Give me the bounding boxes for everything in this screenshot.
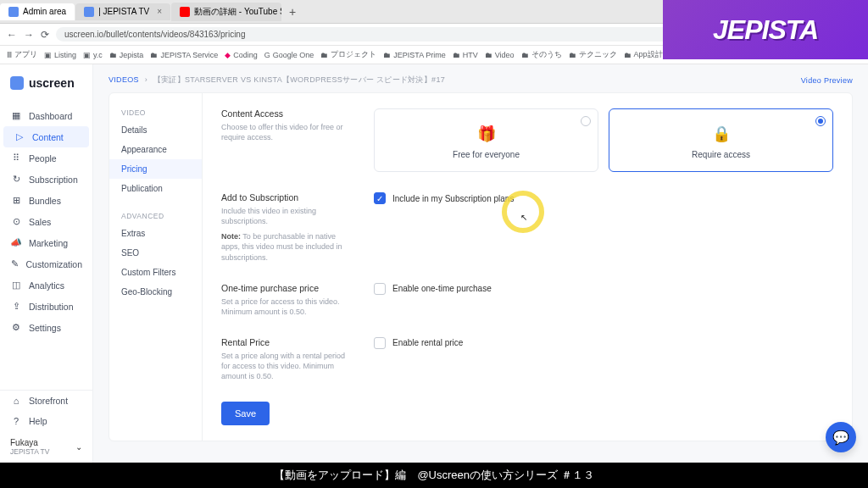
sidebar-item-distribution[interactable]: ⇪Distribution (0, 296, 92, 317)
app-logo[interactable]: uscreen (0, 64, 92, 102)
radio-icon (581, 116, 591, 126)
sidebar-item-bundles[interactable]: ⊞Bundles (0, 190, 92, 211)
rental-title: Rental Price (221, 337, 348, 347)
sidebar-item-sales[interactable]: ⊙Sales (0, 211, 92, 232)
edit-icon: ✎ (10, 258, 19, 269)
sidebar-item-marketing[interactable]: 📣Marketing (0, 232, 92, 253)
rental-desc: Set a price along with a rental period f… (221, 351, 348, 381)
browser-tab[interactable]: 動画の詳細 - YouTube Studio× (171, 3, 281, 21)
user-name: Fukaya (10, 438, 49, 447)
video-preview-link[interactable]: Video Preview (801, 76, 853, 85)
favicon-icon (180, 7, 190, 17)
panel-nav-appearance[interactable]: Appearance (109, 140, 202, 159)
chevron-down-icon: ⌄ (75, 442, 82, 452)
chat-widget[interactable]: 💬 (826, 422, 856, 452)
grid-icon: ▦ (10, 110, 22, 121)
option-free-for-everyone[interactable]: 🎁 Free for everyone (374, 108, 598, 172)
bookmark-item[interactable]: 🖿Video (485, 51, 515, 59)
sidebar-item-customization[interactable]: ✎Customization (0, 253, 92, 274)
sidebar-item-subscription[interactable]: ↻Subscription (0, 169, 92, 190)
bookmark-item[interactable]: 🖿HTV (453, 51, 478, 59)
back-icon[interactable]: ← (7, 29, 17, 41)
content-access-desc: Choose to offer this video for free or r… (221, 122, 348, 142)
reload-icon[interactable]: ⟳ (41, 29, 49, 41)
checkbox-icon (374, 337, 386, 349)
panel-nav-custom-filters[interactable]: Custom Filters (109, 263, 202, 282)
sidebar-item-content[interactable]: ▷Content (3, 126, 89, 147)
people-icon: ⠿ (10, 152, 22, 164)
panel-nav-details[interactable]: Details (109, 120, 202, 140)
user-org: JEPISTA TV (10, 447, 49, 456)
sidebar-item-people[interactable]: ⠿People (0, 147, 92, 169)
panel-nav-geo-blocking[interactable]: Geo-Blocking (109, 282, 202, 302)
include-subscription-checkbox[interactable]: ✓ Include in my Subscription plans (374, 192, 833, 204)
panel-nav-pricing[interactable]: Pricing (109, 159, 202, 179)
radio-icon (815, 116, 826, 126)
main-content: VIDEOS › 【実証】STARSERVER VS KINSTA【WORDPR… (93, 64, 868, 463)
bookmark-item[interactable]: GGoogle One (264, 51, 314, 59)
favicon-icon (8, 7, 19, 17)
sidebar-item-storefront[interactable]: ⌂Storefront (0, 391, 92, 411)
breadcrumb-title: 【実証】STARSERVER VS KINSTA【WORDPRESSサーバー ス… (153, 75, 445, 84)
save-button[interactable]: Save (221, 402, 270, 425)
gear-icon: ⚙ (10, 322, 22, 333)
panel-nav-publication[interactable]: Publication (109, 179, 202, 198)
enable-onetime-checkbox[interactable]: Enable one-time purchase (374, 283, 833, 295)
subscription-title: Add to Subscription (221, 192, 348, 202)
bookmark-item[interactable]: 🖿JEPISTA Prime (383, 51, 445, 59)
bundles-icon: ⊞ (10, 195, 22, 206)
play-icon: ▷ (14, 131, 25, 142)
browser-tab[interactable]: Admin area (0, 3, 75, 20)
bookmark-item[interactable]: 🖿JEPISTA Service (150, 51, 218, 59)
bookmark-item[interactable]: 🖿App設計 (624, 49, 663, 60)
distribution-icon: ⇪ (10, 301, 22, 312)
checkbox-icon (374, 283, 386, 295)
subscription-desc: Include this video in existing subscript… (221, 206, 348, 226)
enable-rental-checkbox[interactable]: Enable rental price (374, 337, 833, 349)
favicon-icon (84, 7, 94, 17)
sidebar-item-settings[interactable]: ⚙Settings (0, 317, 92, 338)
chart-icon: ◫ (10, 280, 22, 291)
forward-icon[interactable]: → (24, 29, 34, 41)
content-access-title: Content Access (221, 108, 348, 119)
sales-icon: ⊙ (10, 216, 22, 227)
logo-icon (10, 76, 24, 90)
bookmark-item[interactable]: ◆Coding (225, 51, 258, 59)
panel-nav-extras[interactable]: Extras (109, 224, 202, 243)
panel-nav-group-label: ADVANCED (109, 208, 202, 224)
video-caption: 【動画をアップロード】編 @Uscreenの使い方シリーズ ＃１３ (0, 463, 868, 488)
help-icon: ? (10, 416, 22, 426)
chat-icon: 💬 (832, 430, 849, 446)
bookmark-item[interactable]: 🖿Jepista (109, 51, 144, 59)
panel-nav: VIDEO Details Appearance Pricing Publica… (109, 93, 203, 441)
bookmark-item[interactable]: 🖿プロジェクト (320, 49, 376, 60)
bookmark-item[interactable]: ▣Listing (44, 51, 76, 59)
bookmark-item[interactable]: 🖿そのうち (521, 49, 562, 60)
bookmark-item[interactable]: ▣y.c (83, 51, 103, 59)
lock-icon: 🔒 (618, 125, 824, 143)
panel-nav-seo[interactable]: SEO (109, 243, 202, 263)
user-menu[interactable]: Fukaya JEPISTA TV ⌄ (0, 431, 92, 463)
subscription-note: Note: To be purchasable in native apps, … (221, 231, 348, 262)
bookmark-item[interactable]: 🖿テクニック (569, 49, 617, 60)
sidebar: uscreen ▦Dashboard ▷Content ⠿People ↻Sub… (0, 64, 93, 463)
checkbox-icon: ✓ (374, 192, 386, 204)
megaphone-icon: 📣 (10, 237, 22, 248)
onetime-title: One-time purchase price (221, 283, 348, 293)
browser-tab[interactable]: | JEPISTA TV× (75, 3, 170, 20)
onetime-desc: Set a price for access to this video. Mi… (221, 297, 348, 317)
new-tab-button[interactable]: + (282, 5, 303, 19)
brand-watermark: JEPISTA (663, 0, 868, 59)
sidebar-item-help[interactable]: ?Help (0, 411, 92, 431)
sidebar-item-analytics[interactable]: ◫Analytics (0, 274, 92, 296)
bookmark-item[interactable]: Ⅲアプリ (7, 49, 37, 60)
gift-icon: 🎁 (383, 125, 589, 143)
refresh-icon: ↻ (10, 174, 22, 185)
panel-nav-group-label: VIDEO (109, 105, 202, 120)
option-require-access[interactable]: 🔒 Require access (609, 108, 833, 172)
breadcrumb-root[interactable]: VIDEOS (108, 75, 139, 84)
close-icon[interactable]: × (157, 7, 162, 16)
breadcrumb: VIDEOS › 【実証】STARSERVER VS KINSTA【WORDPR… (93, 64, 868, 92)
storefront-icon: ⌂ (10, 396, 22, 406)
sidebar-item-dashboard[interactable]: ▦Dashboard (0, 105, 92, 126)
